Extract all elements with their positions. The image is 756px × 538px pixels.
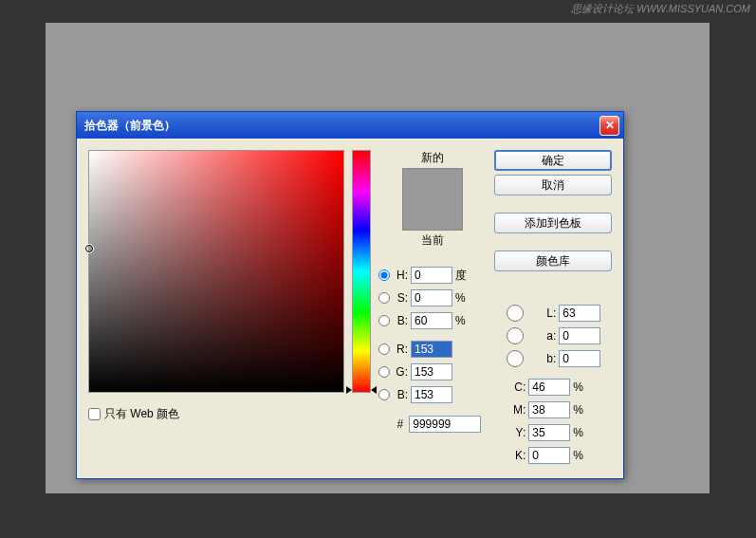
input-l[interactable]: [559, 305, 600, 322]
ok-button[interactable]: 确定: [494, 150, 612, 171]
input-m[interactable]: [528, 401, 570, 418]
cancel-button[interactable]: 取消: [494, 175, 612, 195]
input-s[interactable]: [411, 289, 452, 306]
sv-cursor[interactable]: [84, 244, 94, 253]
label-c: C:: [508, 380, 526, 394]
unit-m: %: [573, 403, 586, 417]
label-k: K:: [508, 449, 526, 462]
radio-b-hsb[interactable]: [378, 315, 390, 326]
input-a[interactable]: [559, 327, 600, 344]
unit-k: %: [573, 449, 586, 462]
label-a: a:: [539, 329, 556, 343]
unit-h: 度: [455, 268, 470, 284]
input-g[interactable]: [411, 363, 452, 380]
unit-y: %: [573, 426, 586, 439]
color-swatch: [402, 168, 463, 231]
label-y: Y:: [508, 426, 526, 439]
radio-r[interactable]: [378, 343, 390, 355]
label-l: L:: [539, 306, 556, 320]
titlebar[interactable]: 拾色器（前景色） ✕: [77, 112, 623, 139]
radio-a[interactable]: [494, 327, 536, 344]
new-color-label: 新的: [421, 150, 444, 166]
input-k[interactable]: [528, 447, 570, 464]
unit-b-hsb: %: [455, 314, 470, 327]
radio-b-lab[interactable]: [494, 350, 536, 367]
input-y[interactable]: [528, 424, 570, 441]
input-b-hsb[interactable]: [411, 312, 452, 329]
watermark: 思缘设计论坛 WWW.MISSYUAN.COM: [571, 2, 750, 16]
dialog-title: 拾色器（前景色）: [84, 118, 599, 134]
web-only-input[interactable]: [88, 408, 101, 420]
radio-b-rgb[interactable]: [378, 389, 390, 400]
label-g: G:: [393, 365, 408, 379]
close-icon: ✕: [605, 119, 615, 132]
input-h[interactable]: [411, 267, 452, 284]
radio-h[interactable]: [378, 269, 390, 281]
hex-prefix: #: [397, 417, 404, 431]
label-m: M:: [508, 403, 526, 417]
label-b-lab: b:: [539, 352, 556, 365]
hue-indicator-left: [346, 386, 352, 394]
saturation-value-field[interactable]: [88, 150, 344, 393]
radio-l[interactable]: [494, 305, 536, 322]
label-h: H:: [393, 269, 408, 282]
web-only-label: 只有 Web 颜色: [104, 406, 179, 422]
label-r: R:: [393, 343, 408, 356]
web-only-checkbox[interactable]: 只有 Web 颜色: [88, 406, 371, 422]
radio-s[interactable]: [378, 292, 390, 304]
label-b-hsb: B:: [393, 314, 408, 327]
color-lib-button[interactable]: 颜色库: [494, 250, 612, 271]
input-hex[interactable]: [409, 416, 481, 433]
radio-g[interactable]: [378, 366, 390, 378]
unit-c: %: [573, 380, 586, 394]
hue-indicator-right: [371, 386, 377, 394]
close-button[interactable]: ✕: [599, 116, 619, 136]
input-b-rgb[interactable]: [411, 386, 452, 403]
hue-slider[interactable]: [352, 150, 371, 393]
add-swatch-button[interactable]: 添加到色板: [494, 213, 612, 233]
unit-s: %: [455, 291, 470, 305]
label-b-rgb: B:: [393, 388, 408, 401]
current-color-label: 当前: [421, 232, 444, 249]
input-c[interactable]: [528, 379, 570, 396]
color-picker-dialog: 拾色器（前景色） ✕ 只有 Web 颜色 新的 当前: [76, 111, 624, 479]
input-b-lab[interactable]: [559, 350, 600, 367]
label-s: S:: [393, 291, 408, 305]
input-r[interactable]: [411, 341, 452, 358]
